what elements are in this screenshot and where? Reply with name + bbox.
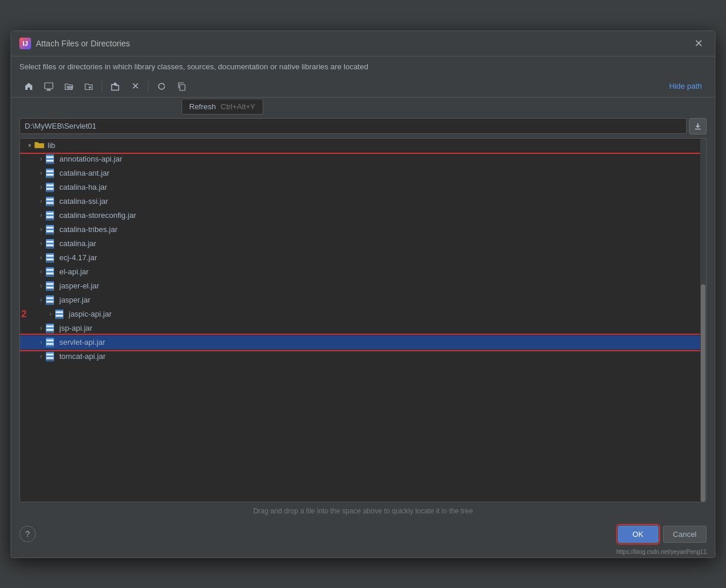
folder-new-button[interactable] — [79, 78, 98, 95]
file-tree: 1 ▾ lib › — [19, 138, 707, 502]
jar-label: catalina.jar — [59, 239, 96, 248]
jar-label: catalina-storeconfig.jar — [59, 211, 136, 220]
jar-icon — [46, 224, 56, 235]
jar-label: catalina-ant.jar — [59, 169, 109, 177]
jar-chevron: › — [36, 353, 46, 359]
tree-item[interactable]: › catalina-storeconfig.jar — [20, 209, 706, 223]
folder-icon — [34, 140, 45, 150]
jar-chevron: › — [36, 240, 46, 247]
url-text: https://blog.csdn.net/yeyanPeng11 — [617, 549, 707, 555]
bottom-bar: ? OK Cancel — [11, 520, 715, 549]
jar-icon — [46, 238, 56, 249]
jar-label: jasper.jar — [59, 295, 90, 304]
jar-icon — [46, 196, 56, 207]
tree-item[interactable]: › servlet-api.jar — [20, 335, 706, 350]
computer-button[interactable] — [39, 78, 58, 95]
tree-item[interactable]: 2 › jaspic-api.jar — [20, 307, 706, 321]
jar-chevron: › — [36, 283, 46, 289]
jar-chevron: › — [46, 311, 55, 317]
dialog-title: Attach Files or Directories — [36, 39, 130, 48]
jar-label: ecj-4.17.jar — [59, 253, 97, 262]
tooltip-label: Refresh — [189, 102, 216, 111]
lib-folder-label: lib — [48, 141, 55, 150]
jar-chevron: › — [36, 184, 46, 190]
jar-chevron: › — [36, 198, 46, 204]
folder-open-button[interactable] — [59, 78, 78, 95]
jar-label: tomcat-api.jar — [59, 352, 106, 361]
go-up-button[interactable] — [106, 78, 125, 95]
jar-icon — [46, 351, 56, 362]
tree-item[interactable]: › jasper-el.jar — [20, 279, 706, 293]
jar-label: annotations-api.jar — [59, 154, 122, 163]
jar-icon — [46, 281, 56, 291]
toolbar-left: ✕ — [19, 78, 191, 95]
delete-button[interactable]: ✕ — [126, 78, 144, 95]
jar-label: catalina-ssi.jar — [59, 197, 108, 206]
svg-rect-4 — [695, 129, 701, 130]
tree-item[interactable]: › catalina.jar — [20, 237, 706, 251]
close-button[interactable]: ✕ — [691, 36, 707, 51]
url-watermark: https://blog.csdn.net/yeyanPeng11 — [11, 549, 715, 557]
tree-item[interactable]: › el-api.jar — [20, 265, 706, 279]
jar-icon — [46, 168, 56, 179]
jar-label: catalina-ha.jar — [59, 183, 107, 191]
title-bar-left: IJ Attach Files or Directories — [19, 38, 130, 49]
tree-item[interactable]: › jasper.jar — [20, 293, 706, 307]
refresh-tooltip: Refresh Ctrl+Alt+Y — [182, 99, 263, 115]
jar-chevron: › — [36, 254, 46, 261]
tree-item[interactable]: › catalina-tribes.jar — [20, 223, 706, 237]
jar-chevron: › — [36, 226, 46, 233]
jar-icon — [46, 267, 56, 277]
refresh-button[interactable] — [152, 78, 171, 95]
jar-label: jaspic-api.jar — [69, 310, 112, 318]
ok-button[interactable]: OK — [618, 526, 658, 543]
tree-item[interactable]: › catalina-ant.jar — [20, 166, 706, 180]
jar-icon — [46, 154, 56, 164]
jar-items-container: › annotations-api.jar › — [20, 152, 706, 364]
cancel-button[interactable]: Cancel — [663, 526, 707, 543]
svg-rect-1 — [47, 89, 51, 90]
jar-icon — [46, 253, 56, 263]
action-buttons: OK Cancel — [618, 526, 707, 543]
path-download-button[interactable] — [689, 118, 707, 135]
jar-chevron: › — [36, 339, 46, 345]
jar-icon — [46, 323, 56, 334]
title-bar: IJ Attach Files or Directories ✕ — [11, 31, 715, 56]
path-input[interactable] — [19, 118, 687, 134]
jar-label: jasper-el.jar — [59, 281, 99, 290]
jar-chevron: › — [36, 297, 46, 303]
tree-item[interactable]: › tomcat-api.jar — [20, 350, 706, 364]
help-button[interactable]: ? — [19, 526, 36, 542]
jar-chevron: › — [36, 212, 46, 219]
tree-item[interactable]: › ecj-4.17.jar — [20, 251, 706, 265]
jar-icon — [46, 295, 56, 305]
jar-chevron: › — [36, 170, 46, 176]
svg-rect-0 — [45, 83, 53, 89]
toolbar-separator-1 — [102, 80, 102, 92]
copy-path-button[interactable] — [172, 78, 191, 95]
hide-path-button[interactable]: Hide path — [664, 79, 707, 93]
drag-drop-hint: Drag and drop a file into the space abov… — [11, 502, 715, 520]
path-bar — [19, 118, 707, 135]
lib-folder-row[interactable]: ▾ lib — [20, 139, 706, 152]
jar-chevron: › — [36, 268, 46, 275]
jar-label: jsp-api.jar — [59, 324, 92, 332]
svg-rect-2 — [46, 90, 51, 90]
jar-label: el-api.jar — [59, 267, 89, 276]
tree-item[interactable]: › annotations-api.jar — [20, 152, 706, 166]
tree-item[interactable]: › catalina-ha.jar — [20, 180, 706, 194]
lib-row-wrapper: 1 ▾ lib — [20, 139, 706, 152]
scrollbar[interactable] — [700, 139, 706, 502]
jar-chevron: › — [36, 325, 46, 331]
tooltip-shortcut: Ctrl+Alt+Y — [221, 102, 256, 111]
tree-item[interactable]: › catalina-ssi.jar — [20, 194, 706, 209]
jar-icon — [46, 210, 56, 221]
attach-files-dialog: IJ Attach Files or Directories ✕ Select … — [11, 31, 715, 558]
scrollbar-thumb[interactable] — [701, 284, 705, 502]
jar-icon — [55, 309, 66, 320]
lib-chevron: ▾ — [25, 142, 34, 149]
svg-rect-3 — [180, 85, 185, 90]
tree-item[interactable]: › jsp-api.jar — [20, 321, 706, 335]
jar-label: catalina-tribes.jar — [59, 225, 117, 234]
home-button[interactable] — [19, 78, 38, 95]
